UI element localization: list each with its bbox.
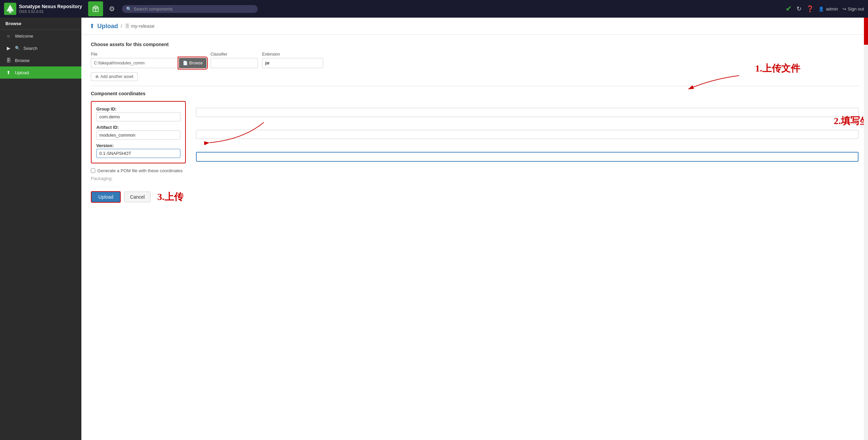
upload-icon: ⬆ — [5, 70, 12, 75]
signout-button[interactable]: ↪ Sign out — [843, 6, 864, 12]
logo-icon — [4, 3, 16, 15]
version-full-input[interactable] — [196, 152, 859, 162]
breadcrumb-upload: Upload — [97, 23, 118, 30]
group-id-input[interactable] — [96, 112, 180, 121]
admin-label: admin — [826, 6, 838, 12]
annotation-2: 2.填写坐标 — [834, 115, 868, 127]
extension-input[interactable] — [262, 58, 323, 68]
search-icon: 🔍 — [126, 6, 132, 12]
group-id-full-input[interactable] — [196, 108, 859, 117]
classifier-input[interactable] — [211, 58, 258, 68]
package-icon — [92, 5, 99, 13]
svg-rect-2 — [9, 11, 11, 13]
classifier-field-group: Classifier — [211, 52, 258, 68]
welcome-icon: ○ — [5, 33, 12, 39]
topnav: Sonatype Nexus Repository OSS 3.52.0-01 … — [0, 0, 868, 18]
annotation-step3-text: 3.上传 — [157, 191, 183, 203]
help-icon[interactable]: ❓ — [806, 5, 814, 13]
sidebar-item-search[interactable]: ▶ 🔍 Search — [0, 42, 81, 54]
file-field-group: File 📄 Browse — [91, 52, 206, 68]
full-inputs — [196, 101, 859, 163]
annotation-1: 1.上传文件 — [755, 62, 800, 75]
browse-button[interactable]: 📄 Browse — [179, 58, 206, 68]
upload-button[interactable]: Upload — [91, 191, 121, 203]
sidebar-item-label-welcome: Welcome — [15, 34, 33, 39]
plus-icon: ⊕ — [95, 74, 99, 79]
status-check-icon: ✔ — [786, 4, 792, 13]
content-area: Choose assets for this component File 📄 … — [81, 35, 868, 440]
pom-row: Generate a POM file with these coordinat… — [91, 168, 859, 173]
user-menu[interactable]: 👤 admin — [818, 6, 838, 12]
sidebar-item-upload[interactable]: ⬆ Upload — [0, 66, 81, 79]
signout-icon: ↪ — [843, 6, 846, 12]
extension-label: Extension — [262, 52, 323, 57]
cancel-button[interactable]: Cancel — [124, 192, 151, 202]
search-bar[interactable]: 🔍 — [122, 5, 258, 13]
sidebar-item-label-search: Search — [23, 46, 37, 51]
group-id-label: Group ID: — [96, 106, 180, 112]
file-label: File — [91, 52, 206, 57]
scrollbar-track[interactable] — [864, 18, 868, 440]
bottom-buttons: Upload Cancel 3.上传 — [91, 191, 859, 210]
add-asset-label: Add another asset — [100, 74, 133, 79]
artifact-id-input[interactable] — [96, 131, 180, 140]
pom-checkbox[interactable] — [91, 168, 95, 173]
artifact-id-label: Artifact ID: — [96, 125, 180, 130]
file-input[interactable] — [91, 58, 179, 68]
db-icon: 🗄 — [125, 23, 130, 29]
refresh-icon[interactable]: ↻ — [796, 5, 802, 13]
artifact-id-full-input[interactable] — [196, 130, 859, 139]
search-icon-glass: 🔍 — [15, 46, 20, 51]
scrollbar-thumb[interactable] — [864, 18, 868, 45]
sidebar-header: Browse — [0, 18, 81, 30]
version-input[interactable] — [96, 149, 180, 158]
annotation-step2-text: 2.填写坐标 — [834, 116, 868, 126]
app-version: OSS 3.52.0-01 — [19, 9, 82, 14]
breadcrumb-sep: / — [121, 23, 122, 29]
search-icon-sidebar: ▶ — [5, 45, 12, 51]
pom-label: Generate a POM file with these coordinat… — [97, 168, 182, 173]
browse-icon: 🗄 — [5, 58, 12, 63]
search-input[interactable] — [134, 6, 254, 12]
version-label: Version: — [96, 143, 180, 148]
breadcrumb-repo: 🗄 my-release — [125, 23, 154, 29]
coord-box: Group ID: Artifact ID: Version: — [91, 101, 186, 163]
nav-browse-button[interactable] — [88, 1, 103, 16]
sidebar-item-browse[interactable]: 🗄 Browse — [0, 54, 81, 66]
packaging-label: Packaging: — [91, 176, 859, 181]
breadcrumb: ⬆ Upload / 🗄 my-release — [81, 18, 868, 35]
topnav-right: ✔ ↻ ❓ 👤 admin ↪ Sign out — [786, 4, 864, 13]
sidebar: Browse ○ Welcome ▶ 🔍 Search 🗄 Browse ⬆ U… — [0, 18, 81, 440]
browse-btn-label: Browse — [189, 61, 203, 65]
artifact-id-group: Artifact ID: — [96, 125, 180, 140]
user-icon: 👤 — [818, 6, 824, 12]
annotation-step1-text: 1.上传文件 — [755, 63, 800, 74]
add-asset-button[interactable]: ⊕ Add another asset — [91, 72, 138, 81]
sidebar-item-label-upload: Upload — [15, 70, 29, 75]
app-name: Sonatype Nexus Repository — [19, 4, 82, 9]
arrow-1-svg — [678, 72, 746, 99]
upload-breadcrumb-icon: ⬆ — [90, 22, 95, 30]
signout-label: Sign out — [848, 6, 864, 12]
asset-row: File 📄 Browse Classifier Extension — [91, 52, 859, 68]
extension-field-group: Extension — [262, 52, 323, 68]
main-content: ⬆ Upload / 🗄 my-release Choose assets fo… — [81, 18, 868, 440]
layout: Browse ○ Welcome ▶ 🔍 Search 🗄 Browse ⬆ U… — [0, 18, 868, 440]
sidebar-item-label-browse: Browse — [15, 58, 29, 63]
version-group: Version: — [96, 143, 180, 158]
sidebar-item-welcome[interactable]: ○ Welcome — [0, 30, 81, 42]
breadcrumb-repo-label: my-release — [131, 23, 154, 29]
arrow-2-svg — [176, 119, 277, 146]
group-id-group: Group ID: — [96, 106, 180, 121]
classifier-label: Classifier — [211, 52, 258, 57]
app-logo: Sonatype Nexus Repository OSS 3.52.0-01 — [4, 3, 85, 15]
file-icon: 📄 — [183, 61, 188, 65]
settings-button[interactable]: ⚙ — [106, 3, 118, 15]
file-input-wrap: 📄 Browse — [91, 58, 206, 68]
assets-section-title: Choose assets for this component — [91, 42, 859, 47]
